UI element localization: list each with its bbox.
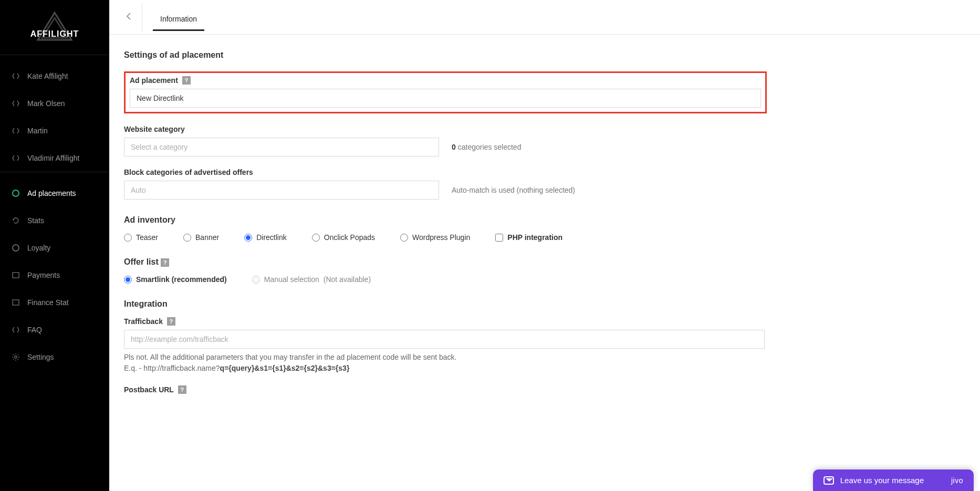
sidebar-item-faq[interactable]: FAQ	[0, 316, 109, 343]
sidebar-item-label: Finance Stat	[27, 298, 69, 307]
inventory-directlink[interactable]: Directlink	[244, 233, 287, 242]
settings-title: Settings of ad placement	[124, 50, 861, 60]
radio-input[interactable]	[400, 234, 408, 242]
offer-smartlink[interactable]: Smartlink (recommended)	[124, 275, 227, 284]
ring-icon	[12, 189, 20, 197]
topbar: Information	[109, 0, 980, 35]
block-categories-select[interactable]	[124, 181, 439, 200]
radio-input[interactable]	[183, 234, 191, 242]
block-categories-hint: Auto-match is used (nothing selected)	[452, 186, 575, 194]
main: Information Settings of ad placement Ad …	[109, 0, 980, 491]
svg-rect-5	[13, 273, 19, 278]
radio-input[interactable]	[252, 276, 260, 284]
help-icon[interactable]: ?	[178, 385, 186, 394]
trafficback-block: Trafficback ? Pls not. All the additiona…	[124, 317, 861, 374]
code-icon	[12, 127, 20, 135]
sidebar-item-payments[interactable]: Payments	[0, 262, 109, 289]
code-icon	[12, 154, 20, 162]
inventory-onclick[interactable]: Onclick Popads	[312, 233, 375, 242]
radio-label: Directlink	[256, 233, 287, 242]
sidebar-item-label: Kate Affilight	[27, 72, 68, 80]
ad-placement-input[interactable]	[130, 89, 761, 108]
tab-information[interactable]: Information	[153, 3, 204, 31]
categories-count: 0	[452, 143, 456, 151]
sidebar-item-label: Stats	[27, 216, 44, 225]
block-categories-block: Block categories of advertised offers Au…	[124, 168, 861, 200]
checkbox-label: PHP integration	[507, 233, 562, 242]
radio-label: Manual selection	[264, 275, 319, 284]
inventory-wordpress[interactable]: Wordpress Plugin	[400, 233, 470, 242]
offer-manual[interactable]: Manual selection (Not available)	[252, 275, 371, 284]
note-line1: Pls not. All the additional parameters t…	[124, 353, 456, 361]
help-icon[interactable]: ?	[161, 258, 169, 267]
radio-label: Wordpress Plugin	[412, 233, 470, 242]
note-eq-prefix: E.q. - http://trafficback.name?	[124, 364, 220, 372]
postback-label: Postback URL ?	[124, 385, 861, 394]
svg-point-2	[13, 190, 19, 196]
chat-brand: JIVO	[951, 476, 963, 485]
trafficback-note: Pls not. All the additional parameters t…	[124, 352, 861, 374]
ring-icon	[12, 244, 20, 252]
trafficback-input[interactable]	[124, 330, 765, 349]
radio-input[interactable]	[312, 234, 320, 242]
sidebar-item-label: Martin	[27, 127, 48, 135]
radio-input[interactable]	[124, 234, 132, 242]
note-eq-bold: q={query}&s1={s1}&s2={s2}&s3={s3}	[220, 364, 350, 372]
mail-icon	[823, 476, 834, 485]
radio-label: Banner	[195, 233, 219, 242]
label-text: Trafficback	[124, 317, 163, 326]
square-icon	[12, 271, 20, 279]
svg-rect-6	[13, 300, 19, 305]
chevron-left-icon	[125, 12, 133, 23]
checkbox-input[interactable]	[495, 234, 503, 242]
postback-block: Postback URL ?	[124, 385, 861, 394]
sidebar-user-martin[interactable]: Martin	[0, 117, 109, 144]
sidebar-user-kate[interactable]: Kate Affilight	[0, 62, 109, 90]
gear-icon	[12, 353, 20, 361]
offer-list-title: Offer list ?	[124, 257, 861, 267]
help-icon[interactable]: ?	[167, 317, 175, 326]
sidebar: AFFILIGHT Kate Affilight Mark Olsen Mart…	[0, 0, 109, 491]
code-icon	[12, 72, 20, 80]
radio-label: Smartlink (recommended)	[136, 275, 227, 284]
ad-inventory-title: Ad inventory	[124, 215, 861, 225]
back-button[interactable]	[117, 7, 142, 28]
chat-widget[interactable]: Leave us your message JIVO	[813, 469, 974, 491]
not-available-note: (Not available)	[324, 275, 371, 284]
radio-input[interactable]	[124, 276, 132, 284]
sidebar-item-label: Mark Olsen	[27, 99, 65, 108]
sidebar-item-stats[interactable]: Stats	[0, 207, 109, 234]
website-category-label: Website category	[124, 125, 861, 133]
vertical-divider	[142, 3, 142, 32]
sidebar-separator	[0, 172, 109, 172]
code-icon	[12, 99, 20, 108]
sidebar-item-ad-placements[interactable]: Ad placements	[0, 180, 109, 207]
trafficback-label: Trafficback ?	[124, 317, 861, 326]
sidebar-item-label: FAQ	[27, 326, 42, 334]
sidebar-separator	[0, 55, 109, 55]
sidebar-item-settings[interactable]: Settings	[0, 343, 109, 371]
inventory-banner[interactable]: Banner	[183, 233, 219, 242]
website-category-block: Website category 0categories selected	[124, 125, 861, 156]
svg-point-4	[13, 245, 19, 251]
sidebar-item-loyalty[interactable]: Loyalty	[0, 234, 109, 262]
label-text: Postback URL	[124, 385, 174, 394]
block-categories-label: Block categories of advertised offers	[124, 168, 861, 176]
website-category-hint: 0categories selected	[452, 143, 521, 151]
radio-label: Onclick Popads	[324, 233, 375, 242]
chat-message: Leave us your message	[840, 476, 924, 485]
offer-list-options: Smartlink (recommended) Manual selection…	[124, 275, 861, 284]
ad-placement-highlight: Ad placement ?	[124, 71, 767, 113]
inventory-php[interactable]: PHP integration	[495, 233, 562, 242]
content: Settings of ad placement Ad placement ? …	[109, 35, 876, 468]
sidebar-item-finance-stat[interactable]: Finance Stat	[0, 289, 109, 316]
logo-text: AFFILIGHT	[5, 29, 104, 39]
sidebar-user-mark[interactable]: Mark Olsen	[0, 90, 109, 117]
website-category-select[interactable]	[124, 138, 439, 156]
radio-input[interactable]	[244, 234, 252, 242]
logo: AFFILIGHT	[0, 0, 109, 55]
help-icon[interactable]: ?	[182, 76, 191, 85]
sidebar-user-vladimir[interactable]: Vladimir Affilight	[0, 144, 109, 172]
categories-text: categories selected	[458, 143, 522, 151]
inventory-teaser[interactable]: Teaser	[124, 233, 158, 242]
